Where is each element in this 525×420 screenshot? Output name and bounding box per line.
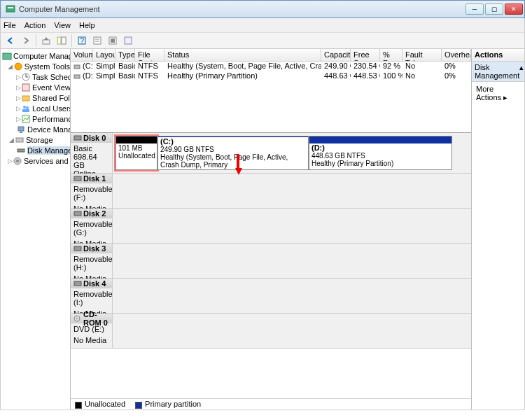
partition[interactable]: (D:)448.63 GB NTFSHealthy (Primary Parti… xyxy=(309,136,452,170)
disk-graph xyxy=(113,244,471,278)
col-pctfree[interactable]: % Free xyxy=(380,49,402,61)
svg-rect-32 xyxy=(74,75,80,78)
back-button[interactable] xyxy=(4,34,18,48)
titlebar: Computer Management ─ ▢ ✕ xyxy=(0,0,525,18)
tree-panel: Computer Management (Local) ◢System Tool… xyxy=(1,49,71,410)
actions-group[interactable]: Disk Management▴ xyxy=(472,62,524,82)
show-hide-button[interactable] xyxy=(55,34,69,48)
menu-help[interactable]: Help xyxy=(79,21,95,29)
disk-info: Disk 3Removable (H:)No Media xyxy=(71,244,113,278)
tree-services-apps[interactable]: ▷Services and Applications xyxy=(1,155,70,166)
tree-device-manager[interactable]: Device Manager xyxy=(1,124,70,134)
disk-row[interactable]: Disk 1Removable (F:)No Media xyxy=(71,174,471,209)
close-button[interactable]: ✕ xyxy=(505,4,523,15)
svg-text:?: ? xyxy=(80,36,84,45)
settings-button[interactable] xyxy=(106,34,120,48)
menu-action[interactable]: Action xyxy=(24,21,46,29)
svg-rect-2 xyxy=(43,40,50,44)
disk-info: Disk 1Removable (F:)No Media xyxy=(71,174,113,208)
menu-file[interactable]: File xyxy=(4,21,16,29)
svg-point-20 xyxy=(23,106,26,108)
svg-rect-33 xyxy=(74,136,81,140)
svg-rect-36 xyxy=(74,246,81,251)
tree-root[interactable]: Computer Management (Local) xyxy=(1,50,70,61)
disk-row[interactable]: Disk 2Removable (G:)No Media xyxy=(71,209,471,244)
tree-disk-management[interactable]: Disk Management xyxy=(1,145,70,155)
forward-button[interactable] xyxy=(19,34,33,48)
volume-header-row: Volume Layout Type File System Status Ca… xyxy=(71,49,471,62)
volume-table: Volume Layout Type File System Status Ca… xyxy=(71,49,471,133)
svg-point-28 xyxy=(23,150,24,151)
tree-task-scheduler[interactable]: ▷Task Scheduler xyxy=(1,71,70,82)
disk-icon xyxy=(74,210,82,217)
chevron-right-icon: ▸ xyxy=(503,93,507,102)
disk-graph: 101 MBUnallocated(C:)249.90 GB NTFSHealt… xyxy=(113,133,471,173)
tree-shared-folders[interactable]: ▷Shared Folders xyxy=(1,92,70,103)
properties-button[interactable] xyxy=(90,34,104,48)
partition[interactable]: (C:)249.90 GB NTFSHealthy (System, Boot,… xyxy=(158,136,309,170)
actions-header: Actions xyxy=(472,49,524,62)
disk-icon xyxy=(74,134,82,141)
svg-rect-35 xyxy=(74,211,81,216)
up-button[interactable] xyxy=(39,34,53,48)
tree-storage[interactable]: ◢Storage xyxy=(1,134,70,145)
tree-system-tools[interactable]: ◢System Tools xyxy=(1,61,70,71)
svg-rect-18 xyxy=(22,84,29,91)
col-freespace[interactable]: Free Space xyxy=(351,49,380,61)
svg-rect-3 xyxy=(57,37,61,44)
legend-primary: Primary partition xyxy=(135,400,201,408)
tree-local-users[interactable]: ▷Local Users and Groups xyxy=(1,103,70,113)
disk-graph xyxy=(113,174,471,208)
svg-point-30 xyxy=(16,160,19,162)
col-volume[interactable]: Volume xyxy=(71,49,93,61)
window-title: Computer Management xyxy=(19,5,465,13)
svg-rect-12 xyxy=(125,37,132,44)
col-filesystem[interactable]: File System xyxy=(135,49,164,61)
svg-rect-37 xyxy=(74,281,81,286)
tree-event-viewer[interactable]: ▷Event Viewer xyxy=(1,82,70,92)
svg-point-21 xyxy=(26,106,29,109)
svg-rect-25 xyxy=(20,132,22,133)
disk-row[interactable]: Disk 0Basic698.64 GBOnline101 MBUnalloca… xyxy=(71,133,471,174)
svg-rect-22 xyxy=(22,109,29,112)
disk-info: Disk 2Removable (G:)No Media xyxy=(71,209,113,243)
disk-graph xyxy=(113,209,471,243)
svg-rect-24 xyxy=(18,127,24,131)
help-button[interactable] xyxy=(121,34,135,48)
svg-rect-11 xyxy=(111,38,115,43)
col-status[interactable]: Status xyxy=(164,49,321,61)
disk-graph xyxy=(113,314,471,348)
svg-point-14 xyxy=(15,63,22,70)
svg-rect-19 xyxy=(22,96,29,101)
svg-rect-26 xyxy=(16,138,23,142)
actions-more[interactable]: More Actions ▸ xyxy=(472,82,524,105)
maximize-button[interactable]: ▢ xyxy=(485,4,503,15)
svg-rect-34 xyxy=(74,176,81,181)
volume-row[interactable]: (D:)SimpleBasicNTFSHealthy (Primary Part… xyxy=(71,71,471,81)
disk-info: Disk 0Basic698.64 GBOnline xyxy=(71,133,113,173)
legend-unallocated: Unallocated xyxy=(75,400,125,408)
disk-row[interactable]: CD-ROM 0DVD (E:)No Media xyxy=(71,314,471,349)
disk-row[interactable]: Disk 3Removable (H:)No Media xyxy=(71,244,471,279)
toolbar: ? xyxy=(0,32,525,49)
disk-row[interactable]: Disk 4Removable (I:)No Media xyxy=(71,279,471,314)
col-capacity[interactable]: Capacity xyxy=(321,49,351,61)
menu-view[interactable]: View xyxy=(54,21,71,29)
disk-graph xyxy=(113,279,471,313)
col-layout[interactable]: Layout xyxy=(93,49,115,61)
collapse-icon: ▴ xyxy=(519,63,524,80)
disk-graphical-view: Disk 0Basic698.64 GBOnline101 MBUnalloca… xyxy=(71,133,471,398)
refresh-button[interactable]: ? xyxy=(75,34,89,48)
disk-icon xyxy=(74,245,82,252)
col-overhead[interactable]: Overhead xyxy=(442,49,471,61)
disk-info: Disk 4Removable (I:)No Media xyxy=(71,279,113,313)
disk-icon xyxy=(74,315,82,322)
svg-rect-1 xyxy=(8,7,13,8)
minimize-button[interactable]: ─ xyxy=(465,4,484,15)
col-type[interactable]: Type xyxy=(115,49,135,61)
menubar: File Action View Help xyxy=(0,18,525,32)
col-fault[interactable]: Fault Tolerance xyxy=(402,49,442,61)
partition[interactable]: 101 MBUnallocated xyxy=(115,136,158,170)
volume-row[interactable]: (C:)SimpleBasicNTFSHealthy (System, Boot… xyxy=(71,62,471,71)
tree-performance[interactable]: ▷Performance xyxy=(1,113,70,124)
